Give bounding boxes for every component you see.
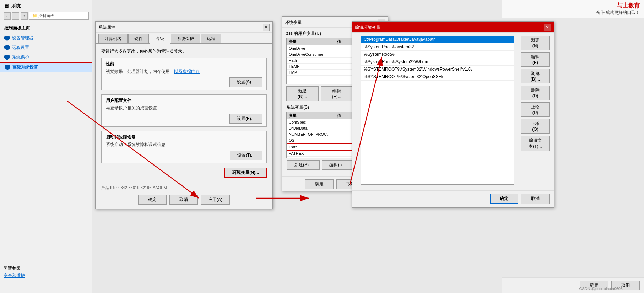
sidebar-item-device-manager[interactable]: 设备管理器	[0, 33, 92, 43]
sidebar-label-advanced-settings: 高级系统设置	[12, 64, 38, 70]
edit-env-title: 编辑环境变量	[355, 25, 380, 31]
sidebar-item-system-protection[interactable]: 系统保护	[0, 53, 92, 62]
branding-area: 与上教育 奋斗 成就更好的自己！	[502, 0, 644, 18]
admin-note: 要进行大多数更改，你必须作为管理员登录。	[101, 48, 267, 54]
sys-cell-var-5: Path	[287, 144, 335, 150]
startup-btn-row: 设置(T)...	[106, 151, 262, 160]
shield-icon-3	[4, 55, 10, 60]
tab-remote[interactable]: 远程	[201, 34, 221, 43]
edit-env-moveup-btn[interactable]: 上移(U)	[521, 102, 550, 117]
edit-env-delete-btn[interactable]: 删除(D)	[521, 86, 550, 100]
user-new-btn[interactable]: 新建(N)...	[286, 86, 319, 101]
edit-env-new-btn[interactable]: 新建(N)	[521, 36, 550, 50]
performance-btn-row: 设置(S)...	[106, 77, 262, 87]
folder-icon: 📁	[32, 13, 37, 18]
product-id: 产品 ID: 00342-35619-82196-AAOEM	[96, 184, 272, 192]
tab-hardware[interactable]: 硬件	[128, 34, 149, 43]
sysprops-close-btn[interactable]: ✕	[263, 24, 270, 31]
performance-title: 性能	[106, 61, 262, 67]
startup-desc: 系统启动、系统故障和调试信息	[106, 142, 262, 148]
user-col-var: 变量	[287, 38, 335, 45]
branding-logo: 与上教育	[506, 2, 640, 10]
edit-env-close-btn[interactable]: ✕	[544, 24, 551, 31]
nav-up-btn[interactable]: ↑	[21, 12, 28, 20]
edit-env-titlebar: 编辑环境变量 ✕	[352, 22, 554, 33]
userprofile-settings-btn[interactable]: 设置(E)...	[229, 114, 262, 124]
sysprops-ok-btn[interactable]: 确定	[138, 195, 167, 205]
userprofile-section: 用户配置文件 与登录帐户相关的桌面设置 设置(E)...	[101, 94, 267, 127]
sys-cell-var-1: ComSpec	[287, 119, 335, 125]
sysprops-footer: 确定 取消 应用(A)	[96, 192, 272, 209]
edit-env-item-0[interactable]: C:\ProgramData\Oracle\Java\javapath	[361, 36, 514, 43]
userprofile-btn-row: 设置(E)...	[106, 114, 262, 124]
edit-env-list[interactable]: C:\ProgramData\Oracle\Java\javapath %Sys…	[361, 36, 514, 185]
user-cell-var-4: TEMP	[287, 64, 335, 69]
user-edit-btn[interactable]: 编辑(E)...	[321, 86, 353, 101]
userprofile-desc: 与登录帐户相关的桌面设置	[106, 105, 262, 111]
tab-systemprotection[interactable]: 系统保护	[171, 34, 200, 43]
edit-env-ok-btn[interactable]: 确定	[490, 194, 518, 204]
edit-env-item-4[interactable]: %SYSTEMROOT%\System32\WindowsPowerShell\…	[361, 66, 514, 73]
sys-col-var: 变量	[287, 112, 335, 119]
tab-advanced[interactable]: 高级	[150, 34, 170, 44]
edit-env-content: C:\ProgramData\Oracle\Java\javapath %Sys…	[352, 33, 554, 190]
user-cell-var-2: OneDriveConsumer	[287, 51, 335, 57]
edit-env-browse-btn[interactable]: 浏览(B)...	[521, 69, 550, 83]
sidebar-label-device-manager: 设备管理器	[12, 35, 33, 41]
cp-footer: 另请参阅 安全和维护	[4, 265, 25, 279]
sysprops-apply-btn[interactable]: 应用(A)	[201, 195, 230, 205]
cp-title: 系统	[11, 3, 21, 9]
sidebar-item-advanced-settings[interactable]: 高级系统设置	[0, 62, 92, 72]
startup-section: 启动和故障恢复 系统启动、系统故障和调试信息 设置(T)...	[101, 131, 267, 163]
cp-nav-bar: ← → ↑ 📁 控制面板	[0, 11, 92, 21]
startup-title: 启动和故障恢复	[106, 134, 262, 140]
sys-cell-var-3: NUMBER_OF_PROCESSOR	[287, 131, 335, 137]
edit-env-item-2[interactable]: %SystemRoot%	[361, 51, 514, 58]
edit-env-footer: 确定 取消	[352, 190, 554, 207]
sysprops-cancel-btn[interactable]: 取消	[169, 195, 198, 205]
edit-env-item-3[interactable]: %SystemRoot%\System32\Wbem	[361, 58, 514, 66]
edit-env-list-area: C:\ProgramData\Oracle\Java\javapath %Sys…	[356, 33, 518, 188]
startup-settings-btn[interactable]: 设置(T)...	[230, 151, 262, 160]
edit-env-movedown-btn[interactable]: 下移(O)	[521, 119, 550, 134]
envvars-ok-btn[interactable]: 确定	[305, 179, 334, 189]
edit-env-edittext-btn[interactable]: 编辑文本(T)...	[521, 136, 550, 151]
sys-edit-btn[interactable]: 编辑(I)...	[322, 160, 353, 170]
user-cell-var-3: Path	[287, 58, 335, 63]
system-properties-dialog: 系统属性 ✕ 计算机名 硬件 高级 系统保护 远程 要进行大多数更改，你必须作为…	[95, 21, 273, 209]
performance-settings-btn[interactable]: 设置(S)...	[229, 77, 262, 87]
branding-subtitle: 奋斗 成就更好的自己！	[506, 10, 640, 16]
env-vars-btn[interactable]: 环境变量(N)...	[224, 168, 267, 178]
bottom-bar: 确定 取消	[502, 277, 644, 293]
csdn-label: CSDN @guo_xinxin0605	[579, 287, 623, 291]
nav-path: 📁 控制面板	[29, 12, 89, 20]
cp-icon: 🖥	[4, 3, 9, 9]
edit-env-item-1[interactable]: %SystemRoot%\system32	[361, 43, 514, 51]
cp-header: 🖥 系统	[0, 0, 92, 11]
shield-icon-4	[5, 65, 10, 70]
sysprops-tab-bar: 计算机名 硬件 高级 系统保护 远程	[96, 33, 272, 44]
sysprops-content: 要进行大多数更改，你必须作为管理员登录。 性能 视觉效果，处理器计划，内存使用，…	[96, 44, 272, 184]
sysprops-title: 系统属性	[98, 25, 115, 31]
cp-footer-link[interactable]: 安全和维护	[4, 273, 25, 279]
cp-sidebar-title: 控制面板主页	[0, 24, 92, 33]
sidebar-item-remote-settings[interactable]: 远程设置	[0, 43, 92, 53]
nav-back-btn[interactable]: ←	[4, 12, 11, 20]
sys-cell-var-4: OS	[287, 137, 335, 143]
edit-env-btns: 新建(N) 编辑(E) 浏览(B)... 删除(D) 上移(U) 下移(O) 编…	[521, 33, 550, 188]
userprofile-title: 用户配置文件	[106, 98, 262, 104]
nav-forward-btn[interactable]: →	[12, 12, 19, 20]
sys-new-btn[interactable]: 新建(S)...	[287, 160, 320, 170]
tab-computername[interactable]: 计算机名	[98, 34, 128, 43]
edit-env-item-5[interactable]: %SYSTEMROOT%\System32\OpenSSH\	[361, 73, 514, 81]
sys-cell-var-2: DriverData	[287, 125, 335, 131]
edit-env-cancel-btn[interactable]: 取消	[521, 194, 550, 204]
sidebar-label-system-protection: 系统保护	[12, 54, 29, 60]
user-cell-var-5: TMP	[287, 70, 335, 75]
virtual-mem-link[interactable]: 以及虚拟内存	[174, 69, 200, 74]
sysprops-titlebar: 系统属性 ✕	[96, 22, 272, 33]
performance-desc: 视觉效果，处理器计划，内存使用，以及虚拟内存	[106, 69, 262, 75]
envvars-title: 环境变量	[285, 20, 302, 26]
shield-icon-1	[4, 36, 10, 41]
edit-env-edit-btn[interactable]: 编辑(E)	[521, 52, 550, 67]
